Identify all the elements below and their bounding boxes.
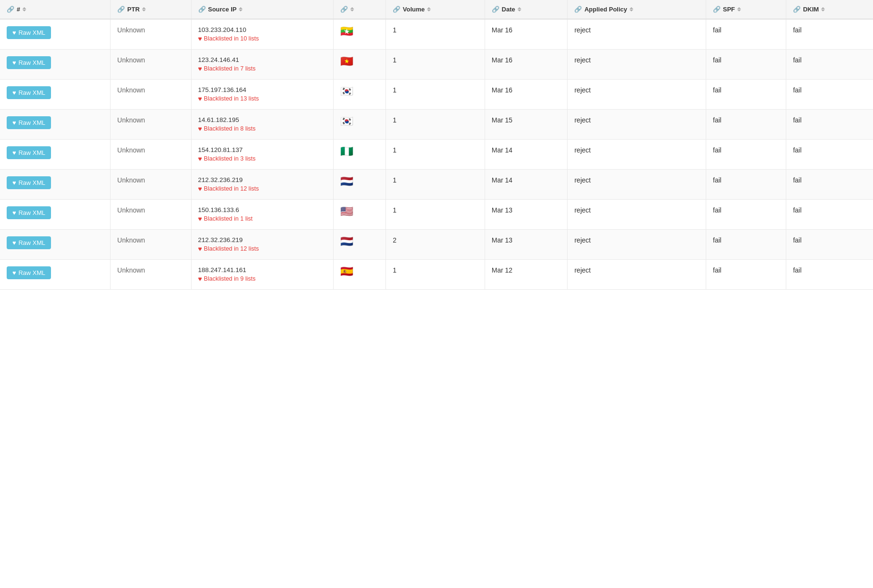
cell-spf-0: fail <box>706 19 786 50</box>
col-dkim-icon: 🔗 <box>793 6 801 13</box>
blacklisted-info-6: ♥ Blacklisted in 1 list <box>198 215 326 223</box>
spf-value-2: fail <box>713 86 721 94</box>
ip-address-0: 103.233.204.110 <box>198 26 326 33</box>
col-policy-icon: 🔗 <box>574 6 582 13</box>
cell-date-5: Mar 14 <box>485 170 568 200</box>
raw-xml-button-5[interactable]: ♥ Raw XML <box>7 176 51 189</box>
cell-flag-3: 🇰🇷 <box>333 110 386 140</box>
dkim-value-5: fail <box>793 176 802 184</box>
heart-icon-7: ♥ <box>12 239 16 246</box>
col-flag-icon: 🔗 <box>340 6 348 13</box>
raw-xml-button-1[interactable]: ♥ Raw XML <box>7 56 51 69</box>
raw-xml-button-7[interactable]: ♥ Raw XML <box>7 236 51 249</box>
ip-address-7: 212.32.236.219 <box>198 236 326 243</box>
blacklisted-text-2: Blacklisted in 13 lists <box>204 95 259 102</box>
cell-raw-xml-6: ♥ Raw XML <box>0 200 111 230</box>
policy-value-6: reject <box>574 206 590 214</box>
spf-value-7: fail <box>713 236 721 244</box>
cell-date-0: Mar 16 <box>485 19 568 50</box>
sort-policy-icon[interactable] <box>629 7 633 11</box>
spf-value-4: fail <box>713 146 721 154</box>
flag-6: 🇺🇸 <box>340 205 353 217</box>
email-log-table: 🔗 # 🔗 PTR <box>0 0 873 290</box>
raw-xml-button-2[interactable]: ♥ Raw XML <box>7 86 51 99</box>
ptr-value-4: Unknown <box>117 146 145 154</box>
raw-xml-button-0[interactable]: ♥ Raw XML <box>7 26 51 39</box>
blacklisted-info-4: ♥ Blacklisted in 3 lists <box>198 155 326 162</box>
raw-xml-button-4[interactable]: ♥ Raw XML <box>7 146 51 159</box>
cell-flag-7: 🇳🇱 <box>333 230 386 260</box>
sort-flag-icon[interactable] <box>350 7 354 11</box>
ip-address-5: 212.32.236.219 <box>198 176 326 183</box>
blacklisted-info-8: ♥ Blacklisted in 9 lists <box>198 275 326 283</box>
blacklisted-heart-icon-5: ♥ <box>198 185 202 193</box>
dkim-value-6: fail <box>793 206 802 214</box>
dkim-value-4: fail <box>793 146 802 154</box>
sort-date-icon[interactable] <box>518 7 521 11</box>
cell-ptr-8: Unknown <box>111 260 191 290</box>
cell-policy-7: reject <box>568 230 706 260</box>
date-value-3: Mar 15 <box>492 116 513 124</box>
raw-xml-button-6[interactable]: ♥ Raw XML <box>7 206 51 219</box>
heart-icon-8: ♥ <box>12 269 16 276</box>
col-spf: 🔗 SPF <box>706 0 786 19</box>
cell-flag-1: 🇻🇳 <box>333 50 386 80</box>
volume-value-5: 1 <box>393 176 396 184</box>
ip-address-6: 150.136.133.6 <box>198 206 326 213</box>
cell-volume-1: 1 <box>386 50 485 80</box>
ip-address-8: 188.247.141.161 <box>198 266 326 274</box>
cell-ip-2: 175.197.136.164 ♥ Blacklisted in 13 list… <box>191 80 333 110</box>
blacklisted-heart-icon-8: ♥ <box>198 275 202 283</box>
dkim-value-3: fail <box>793 116 802 124</box>
cell-dkim-4: fail <box>786 140 873 170</box>
heart-icon-2: ♥ <box>12 89 16 96</box>
spf-value-3: fail <box>713 116 721 124</box>
sort-ptr-icon[interactable] <box>142 7 146 11</box>
sort-hash-icon[interactable] <box>22 7 26 11</box>
cell-ptr-5: Unknown <box>111 170 191 200</box>
volume-value-3: 1 <box>393 116 396 124</box>
raw-xml-button-8[interactable]: ♥ Raw XML <box>7 266 51 279</box>
cell-ptr-2: Unknown <box>111 80 191 110</box>
cell-raw-xml-8: ♥ Raw XML <box>0 260 111 290</box>
table-row: ♥ Raw XML Unknown 212.32.236.219 ♥ Black… <box>0 170 873 200</box>
blacklisted-text-0: Blacklisted in 10 lists <box>204 35 259 42</box>
flag-5: 🇳🇱 <box>340 175 353 187</box>
cell-spf-4: fail <box>706 140 786 170</box>
sort-spf-icon[interactable] <box>737 7 741 11</box>
raw-xml-button-3[interactable]: ♥ Raw XML <box>7 116 51 129</box>
cell-volume-4: 1 <box>386 140 485 170</box>
blacklisted-heart-icon-2: ♥ <box>198 95 202 102</box>
spf-value-1: fail <box>713 56 721 64</box>
volume-value-2: 1 <box>393 86 396 94</box>
cell-spf-6: fail <box>706 200 786 230</box>
blacklisted-heart-icon-0: ♥ <box>198 35 202 42</box>
blacklisted-text-8: Blacklisted in 9 lists <box>204 275 255 282</box>
dkim-value-0: fail <box>793 26 802 34</box>
table-row: ♥ Raw XML Unknown 14.61.182.195 ♥ Blackl… <box>0 110 873 140</box>
ptr-value-8: Unknown <box>117 266 145 274</box>
table-row: ♥ Raw XML Unknown 154.120.81.137 ♥ Black… <box>0 140 873 170</box>
cell-raw-xml-4: ♥ Raw XML <box>0 140 111 170</box>
cell-ptr-4: Unknown <box>111 140 191 170</box>
cell-raw-xml-3: ♥ Raw XML <box>0 110 111 140</box>
blacklisted-heart-icon-6: ♥ <box>198 215 202 223</box>
col-volume: 🔗 Volume <box>386 0 485 19</box>
sort-volume-icon[interactable] <box>427 7 431 11</box>
ptr-value-6: Unknown <box>117 206 145 214</box>
col-ptr: 🔗 PTR <box>111 0 191 19</box>
policy-value-1: reject <box>574 56 590 64</box>
volume-value-7: 2 <box>393 236 396 244</box>
cell-policy-5: reject <box>568 170 706 200</box>
spf-value-5: fail <box>713 176 721 184</box>
ptr-value-5: Unknown <box>117 176 145 184</box>
date-value-7: Mar 13 <box>492 236 513 244</box>
sort-source-ip-icon[interactable] <box>239 7 243 11</box>
cell-spf-8: fail <box>706 260 786 290</box>
sort-dkim-icon[interactable] <box>821 7 825 11</box>
cell-raw-xml-2: ♥ Raw XML <box>0 80 111 110</box>
blacklisted-heart-icon-4: ♥ <box>198 155 202 162</box>
flag-1: 🇻🇳 <box>340 55 353 67</box>
blacklisted-text-3: Blacklisted in 8 lists <box>204 125 255 132</box>
dkim-value-8: fail <box>793 266 802 274</box>
